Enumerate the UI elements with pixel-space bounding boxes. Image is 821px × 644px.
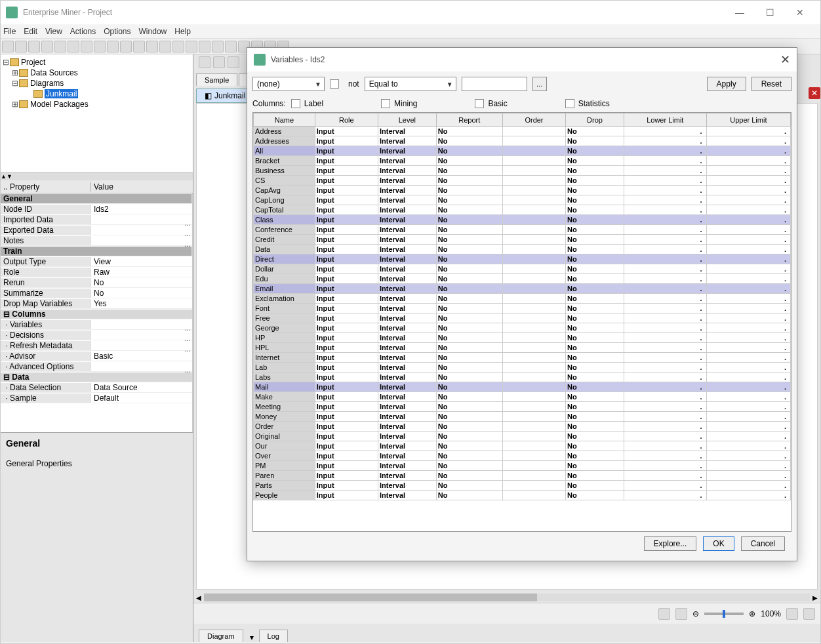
table-row[interactable]: GeorgeInputIntervalNoNo..	[254, 323, 791, 333]
tree-node[interactable]: ⊞Model Packages	[2, 99, 191, 110]
filter-value-input[interactable]	[462, 77, 527, 91]
cancel-button[interactable]: Cancel	[741, 536, 785, 551]
toolbar-icon[interactable]	[68, 41, 79, 52]
column-toggle[interactable]: Mining	[381, 99, 417, 108]
toolbar-icon[interactable]	[94, 41, 106, 52]
table-row[interactable]: HPLInputIntervalNoNo..	[254, 343, 791, 353]
menu-help[interactable]: Help	[174, 27, 191, 36]
tree-node[interactable]: ⊟Project	[2, 57, 191, 68]
property-row[interactable]: · Data SelectionData Source	[1, 382, 192, 393]
dialog-close-button[interactable]: ✕	[780, 52, 790, 67]
menu-options[interactable]: Options	[104, 27, 130, 36]
property-row[interactable]: Train	[1, 246, 192, 256]
property-row[interactable]: · Advanced Options…	[1, 361, 192, 372]
fit-icon[interactable]	[803, 608, 815, 620]
table-row[interactable]: HPInputIntervalNoNo..	[254, 333, 791, 343]
column-toggle[interactable]: Statistics	[565, 99, 610, 108]
column-header[interactable]: Name	[254, 113, 315, 127]
scroll-left-icon[interactable]: ◀	[196, 594, 201, 601]
layout-icon[interactable]	[786, 608, 798, 620]
tree-node[interactable]: ⊞Data Sources	[2, 68, 191, 78]
pane-splitter[interactable]: ▲▼	[1, 172, 193, 180]
tab-sample[interactable]: Sample	[196, 73, 237, 86]
table-row[interactable]: ParenInputIntervalNoNo..	[254, 471, 791, 481]
toolbar-icon[interactable]	[199, 41, 210, 52]
table-row[interactable]: EduInputIntervalNoNo..	[254, 274, 791, 284]
filter-op-combo[interactable]: Equal to▼	[365, 77, 456, 91]
property-row[interactable]: Exported Data…	[1, 225, 192, 235]
toolbar-icon[interactable]	[159, 41, 171, 52]
toolbar-icon[interactable]	[81, 41, 92, 52]
table-row[interactable]: InternetInputIntervalNoNo..	[254, 353, 791, 363]
chevron-down-icon[interactable]: ▾	[250, 633, 254, 642]
table-row[interactable]: MoneyInputIntervalNoNo..	[254, 412, 791, 422]
table-row[interactable]: CapAvgInputIntervalNoNo..	[254, 186, 791, 195]
zoom-slider[interactable]	[704, 613, 744, 615]
table-row[interactable]: PMInputIntervalNoNo..	[254, 461, 791, 471]
property-row[interactable]: · SampleDefault	[1, 393, 192, 403]
tree-node[interactable]: Junkmail	[2, 89, 191, 99]
hand-tool-icon[interactable]	[675, 608, 687, 620]
maximize-button[interactable]: ☐	[755, 2, 785, 23]
column-header[interactable]: Upper Limit	[706, 113, 790, 127]
table-row[interactable]: AddressInputIntervalNoNo..	[254, 127, 791, 136]
filter-field-combo[interactable]: (none)▼	[252, 77, 325, 91]
table-row[interactable]: FontInputIntervalNoNo..	[254, 304, 791, 313]
toolbar-icon[interactable]	[199, 56, 210, 68]
toolbar-icon[interactable]	[54, 41, 66, 52]
pointer-tool-icon[interactable]	[658, 608, 670, 620]
property-row[interactable]: ⊟ Columns	[1, 309, 192, 319]
menu-edit[interactable]: Edit	[24, 27, 37, 36]
toolbar-icon[interactable]	[228, 56, 239, 68]
table-row[interactable]: MailInputIntervalNoNo..	[254, 382, 791, 392]
property-row[interactable]: Notes…	[1, 235, 192, 246]
toolbar-icon[interactable]	[172, 41, 184, 52]
table-row[interactable]: AllInputIntervalNoNo..	[254, 146, 791, 156]
close-button[interactable]: ✕	[785, 2, 815, 23]
column-toggle[interactable]: Label	[291, 99, 323, 108]
zoom-out-icon[interactable]: ⊖	[692, 609, 699, 618]
column-header[interactable]: Order	[502, 113, 565, 127]
property-row[interactable]: Node IDIds2	[1, 204, 192, 214]
scroll-right-icon[interactable]: ▶	[812, 594, 818, 601]
column-header[interactable]: Role	[315, 113, 378, 127]
table-row[interactable]: LabInputIntervalNoNo..	[254, 363, 791, 372]
table-row[interactable]: DirectInputIntervalNoNo..	[254, 254, 791, 264]
table-row[interactable]: BracketInputIntervalNoNo..	[254, 156, 791, 166]
property-row[interactable]: · Decisions…	[1, 330, 192, 340]
variables-table[interactable]: NameRoleLevelReportOrderDropLower LimitU…	[253, 113, 791, 500]
table-row[interactable]: PeopleInputIntervalNoNo..	[254, 491, 791, 500]
table-row[interactable]: OrderInputIntervalNoNo..	[254, 422, 791, 432]
table-row[interactable]: DataInputIntervalNoNo..	[254, 245, 791, 254]
toolbar-icon[interactable]	[28, 41, 40, 52]
bottom-tab-log[interactable]: Log	[259, 630, 288, 642]
menu-actions[interactable]: Actions	[70, 27, 96, 36]
property-row[interactable]: SummarizeNo	[1, 288, 192, 298]
table-row[interactable]: ClassInputIntervalNoNo..	[254, 215, 791, 225]
table-row[interactable]: CapLongInputIntervalNoNo..	[254, 195, 791, 205]
toolbar-icon[interactable]	[133, 41, 145, 52]
property-row[interactable]: ⊟ Data	[1, 372, 192, 382]
property-row[interactable]: Drop Map VariablesYes	[1, 298, 192, 309]
column-toggle[interactable]: Basic	[475, 99, 507, 108]
table-row[interactable]: MeetingInputIntervalNoNo..	[254, 402, 791, 412]
table-row[interactable]: MakeInputIntervalNoNo..	[254, 392, 791, 402]
close-diagram-button[interactable]: ✕	[809, 87, 820, 99]
ok-button[interactable]: OK	[703, 536, 734, 551]
property-row[interactable]: · Variables…	[1, 319, 192, 330]
zoom-in-icon[interactable]: ⊕	[749, 609, 755, 618]
property-row[interactable]: General	[1, 193, 192, 204]
toolbar-icon[interactable]	[213, 56, 225, 68]
column-header[interactable]: Lower Limit	[624, 113, 706, 127]
explore-button[interactable]: Explore...	[644, 536, 697, 551]
horizontal-scrollbar[interactable]	[204, 594, 810, 601]
not-checkbox[interactable]	[330, 79, 339, 89]
menu-file[interactable]: File	[3, 27, 16, 36]
toolbar-icon[interactable]	[225, 41, 237, 52]
property-row[interactable]: Imported Data…	[1, 214, 192, 225]
table-row[interactable]: EmailInputIntervalNoNo..	[254, 284, 791, 294]
table-row[interactable]: DollarInputIntervalNoNo..	[254, 264, 791, 274]
toolbar-icon[interactable]	[186, 41, 197, 52]
table-row[interactable]: CreditInputIntervalNoNo..	[254, 235, 791, 245]
table-row[interactable]: CSInputIntervalNoNo..	[254, 176, 791, 186]
